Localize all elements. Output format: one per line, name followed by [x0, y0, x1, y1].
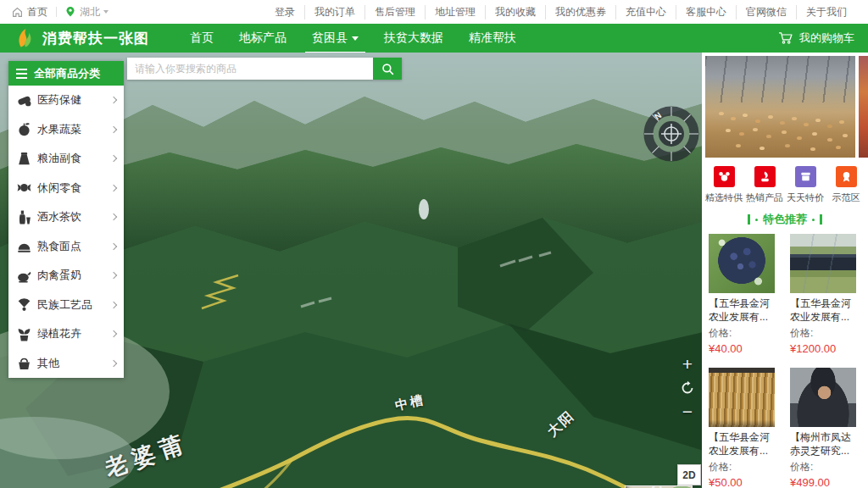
quick-link-daily-deals[interactable]: 天天特价	[785, 166, 826, 204]
product-thumbnail[interactable]	[709, 368, 775, 427]
chevron-right-icon	[110, 330, 117, 337]
decor-dot-icon	[755, 219, 758, 221]
recharge-center-link[interactable]: 充值中心	[615, 5, 676, 19]
product-thumbnail[interactable]	[790, 234, 856, 293]
category-label: 休闲零食	[37, 180, 111, 196]
featured-section-header: 特色推荐	[702, 212, 868, 227]
product-card[interactable]: 【梅州市凤达赤灵芝研究... 价格: ¥499.00	[790, 368, 860, 488]
category-item-medicine[interactable]: 医药保健	[8, 86, 124, 115]
zoom-in-button[interactable]: +	[682, 356, 693, 373]
category-item-cooked-food[interactable]: 熟食面点	[8, 232, 124, 262]
after-sales-link[interactable]: 售后管理	[364, 5, 425, 19]
chevron-right-icon	[110, 302, 117, 308]
search-input[interactable]	[127, 58, 373, 80]
carousel-next-slide-edge[interactable]	[859, 56, 868, 158]
topbar-links: 登录 我的订单 售后管理 地址管理 我的收藏 我的优惠券 充值中心 客服中心 官…	[265, 5, 856, 19]
location-pin-icon	[65, 6, 75, 18]
chevron-right-icon	[110, 360, 117, 367]
about-us-link[interactable]: 关于我们	[796, 5, 856, 19]
category-item-meat-eggs-dairy[interactable]: 肉禽蛋奶	[8, 261, 124, 291]
category-label: 水果蔬菜	[37, 122, 111, 137]
hot-icon	[754, 166, 776, 187]
product-card[interactable]: 【五华县金河农业发展有... 价格: ¥1200.00	[790, 234, 860, 355]
nav-item-label: 首页	[190, 30, 214, 46]
product-thumbnail[interactable]	[790, 368, 856, 427]
customer-service-link[interactable]: 客服中心	[676, 5, 736, 19]
nav-item-poverty-bigdata[interactable]: 扶贫大数据	[384, 30, 443, 46]
category-item-snacks[interactable]: 休闲零食	[8, 174, 124, 203]
coupons-link[interactable]: 我的优惠券	[545, 5, 615, 19]
zoom-out-button[interactable]: −	[682, 403, 693, 420]
nav-item-home[interactable]: 首页	[190, 30, 214, 46]
map-2d-mode-button[interactable]: 2D	[677, 464, 701, 485]
quick-link-hot-products[interactable]: 热销产品	[744, 166, 785, 204]
nav-item-landmark-products[interactable]: 地标产品	[239, 30, 287, 46]
quick-link-label: 热销产品	[746, 191, 783, 204]
my-orders-link[interactable]: 我的订单	[304, 5, 364, 19]
search-icon	[381, 63, 394, 75]
nav-item-label: 精准帮扶	[469, 30, 516, 46]
fruit-icon	[16, 121, 32, 137]
chevron-right-icon	[110, 272, 117, 279]
nav-item-targeted-assistance[interactable]: 精准帮扶	[469, 30, 516, 46]
category-item-fruits-vegetables[interactable]: 水果蔬菜	[8, 115, 124, 145]
favorites-link[interactable]: 我的收藏	[485, 5, 545, 19]
category-item-ethnic-crafts[interactable]: 民族工艺品	[8, 291, 124, 320]
product-card[interactable]: 【五华县金河农业发展有... 价格: ¥50.00	[709, 368, 778, 488]
category-item-plants-flowers[interactable]: 绿植花卉	[8, 319, 124, 349]
product-title[interactable]: 【五华县金河农业发展有...	[709, 430, 778, 458]
product-price: ¥40.00	[709, 342, 778, 355]
location-selector[interactable]: 湖北	[80, 5, 100, 19]
cart-button[interactable]: 我的购物车	[778, 30, 854, 46]
product-title[interactable]: 【五华县金河农业发展有...	[790, 297, 860, 324]
product-search-bar	[127, 58, 402, 80]
quick-link-label: 精选特供	[705, 191, 743, 204]
bun-icon	[16, 238, 32, 254]
category-label: 医药保健	[37, 92, 111, 108]
quick-link-label: 天天特价	[787, 191, 824, 204]
decor-bar-icon	[748, 214, 750, 225]
category-item-other[interactable]: 其他	[8, 349, 124, 379]
carousel-image-detail	[705, 56, 855, 103]
featured-icon	[714, 166, 735, 187]
separator	[56, 7, 57, 17]
category-sidebar-header[interactable]: 全部商品分类	[8, 61, 124, 86]
category-item-drinks[interactable]: 酒水茶饮	[8, 202, 124, 232]
bottle-icon	[16, 209, 32, 225]
quick-link-featured[interactable]: 精选特供	[704, 166, 744, 204]
candy-icon	[16, 180, 32, 196]
nav-item-label: 贫困县	[312, 30, 348, 46]
product-thumbnail[interactable]	[709, 234, 775, 293]
nav-item-label: 地标产品	[239, 30, 287, 46]
official-wechat-link[interactable]: 官网微信	[736, 5, 796, 19]
product-title[interactable]: 【五华县金河农业发展有...	[709, 297, 778, 324]
address-management-link[interactable]: 地址管理	[425, 5, 485, 19]
chevron-right-icon	[110, 214, 117, 220]
topbar-home-link[interactable]: 首页	[27, 5, 47, 19]
category-label: 绿植花卉	[37, 326, 111, 341]
poultry-icon	[16, 268, 32, 284]
map-zoom-controls: + −	[676, 356, 698, 420]
promo-carousel-image[interactable]	[705, 56, 855, 158]
compass-control[interactable]: N	[643, 106, 699, 162]
chevron-right-icon	[110, 126, 117, 133]
home-icon	[12, 7, 23, 18]
brand-logo-icon	[14, 27, 35, 49]
category-item-grain-oil[interactable]: 粮油副食	[8, 144, 124, 174]
price-label: 价格:	[709, 460, 778, 474]
login-link[interactable]: 登录	[265, 5, 304, 19]
quick-link-demo-zone[interactable]: 示范区	[826, 166, 866, 204]
nav-item-poverty-counties[interactable]: 贫困县	[312, 30, 359, 46]
reset-view-icon[interactable]	[680, 380, 695, 396]
featured-products-grid: 【五华县金河农业发展有... 价格: ¥40.00 【五华县金河农业发展有...…	[709, 234, 865, 488]
category-label: 其他	[37, 356, 111, 371]
search-button[interactable]	[373, 58, 402, 80]
category-sidebar: 全部商品分类 医药保健 水果蔬菜 粮油副食 休闲零食 酒水茶饮 熟食面点 肉禽	[8, 61, 124, 378]
product-title[interactable]: 【梅州市凤达赤灵芝研究...	[790, 430, 860, 458]
page: 首页 湖北 登录 我的订单 售后管理 地址管理 我的收藏 我的优惠券 充值中心 …	[0, 0, 868, 488]
menu-icon	[16, 69, 27, 79]
product-card[interactable]: 【五华县金河农业发展有... 价格: ¥40.00	[709, 234, 778, 355]
cart-label: 我的购物车	[799, 30, 854, 46]
product-price: ¥499.00	[790, 476, 860, 488]
carousel-image-detail	[719, 112, 724, 115]
